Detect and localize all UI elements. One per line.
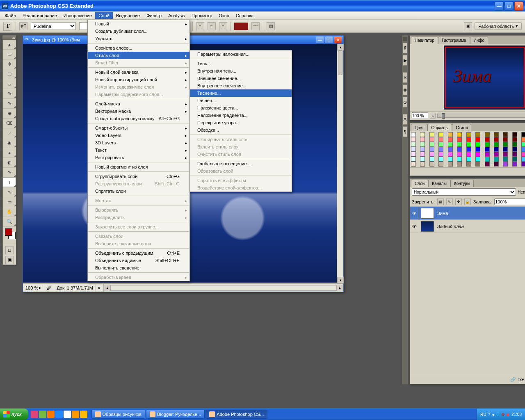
menu-item[interactable]: Тень... [190,60,292,67]
color-picker[interactable] [3,227,16,245]
swatch[interactable] [521,142,525,147]
go-to-bridge-button[interactable]: ▣ [464,22,472,30]
start-button[interactable]: пуск [0,409,28,420]
swatch[interactable] [429,157,434,162]
swatch[interactable] [420,137,425,142]
swatch[interactable] [448,147,453,152]
swatch[interactable] [448,152,453,157]
swatch[interactable] [521,162,525,167]
menu-item[interactable]: Выполнить сведение [88,264,189,272]
swatch[interactable] [438,147,443,152]
collapsed-panel-button[interactable]: ¶ [403,126,407,137]
swatch[interactable] [503,162,508,167]
swatch[interactable] [494,142,499,147]
swatch[interactable] [457,162,462,167]
tool-button[interactable]: 🔍 [3,217,16,227]
swatch[interactable] [475,137,480,142]
menu-item[interactable]: 3D Layers [88,139,189,146]
layer-name[interactable]: Задний план [436,224,525,229]
swatch[interactable] [429,137,434,142]
swatch[interactable] [485,152,490,157]
swatch[interactable] [457,142,462,147]
tool-button[interactable]: ◐ [3,158,16,168]
menu-item[interactable]: Свойства слоев... [88,44,189,52]
language-indicator[interactable]: RU [480,412,486,417]
swatch[interactable] [512,152,517,157]
tool-button[interactable]: ✎ [3,89,16,99]
menu-item[interactable]: Обводка... [190,126,292,134]
menu-item[interactable]: Перекрытие узора... [190,119,292,126]
tool-button[interactable]: ↖ [3,187,16,197]
swatch[interactable] [521,132,525,137]
tray-icon[interactable]: ⊗ [501,412,504,417]
menu-item[interactable]: Сгруппировать слоиCtrl+G [88,173,189,180]
tool-preset-icon[interactable]: T [3,22,12,31]
maximize-button[interactable]: □ [504,2,514,11]
horizontal-scrollbar[interactable]: ◂▸ [104,285,343,291]
swatch[interactable] [512,162,517,167]
swatch[interactable] [475,132,480,137]
menu-item[interactable]: Спрятать слои [88,187,189,195]
menu-item[interactable]: Новый слой-заливка [88,68,189,76]
tool-button[interactable]: ◉ [3,138,16,148]
strip-handle[interactable] [403,37,407,41]
swatch[interactable] [466,142,471,147]
menu-item[interactable]: Текст [88,146,189,154]
swatch[interactable] [457,147,462,152]
swatch[interactable] [457,137,462,142]
text-color-swatch[interactable] [234,23,248,30]
blend-mode-select[interactable]: Нормальный [412,188,516,196]
swatch[interactable] [438,132,443,137]
lock-position-button[interactable]: ✥ [455,199,462,205]
swatch[interactable] [438,162,443,167]
menu-item[interactable]: Смарт-объекты [88,124,189,132]
menu-item[interactable]: Наложение градиента... [190,112,292,119]
menu-item[interactable]: Растрировать [88,154,189,161]
lock-transparency-button[interactable]: ▦ [437,199,444,205]
align-right-button[interactable]: ≡ [219,22,227,30]
swatch[interactable] [457,157,462,162]
tool-button[interactable]: ● [3,148,16,158]
align-center-button[interactable]: ≡ [208,22,216,30]
panel-tab[interactable]: Гистограмма [438,37,470,44]
swatch[interactable] [521,152,525,157]
swatch[interactable] [429,142,434,147]
menu-слой[interactable]: Слой [95,12,113,19]
menu-item[interactable]: Объединить с предыдущимCtrl+E [88,249,189,257]
menu-справка[interactable]: Справка [233,12,257,19]
text-orientation-button[interactable]: ⇵T [19,22,27,30]
menu-item[interactable]: Тиснение... [190,89,292,97]
tray-icon[interactable]: ? [488,412,490,417]
close-button[interactable]: ✕ [514,2,523,11]
panel-tab[interactable]: Стили [452,124,471,131]
swatch[interactable] [438,152,443,157]
swatch[interactable] [466,152,471,157]
panel-tab[interactable]: Цвет [411,124,427,131]
align-left-button[interactable]: ≡ [196,22,204,30]
swatch[interactable] [448,132,453,137]
swatch[interactable] [429,152,434,157]
quick-launch-icon[interactable] [80,411,87,418]
workspace-button[interactable]: Рабочая область▾ [475,22,522,30]
doc-maximize-button[interactable]: □ [325,37,333,43]
menu-item[interactable]: Удалить [88,35,189,42]
menu-фильтр[interactable]: Фильтр [143,12,165,19]
clock[interactable]: 21:08 [511,412,522,417]
swatch[interactable] [475,157,480,162]
panel-tab[interactable]: Навигатор [411,37,438,44]
tool-button[interactable]: ✋ [3,207,16,217]
swatch[interactable] [503,157,508,162]
swatch[interactable] [466,157,471,162]
screen-mode-button[interactable]: ▣ [5,256,14,264]
menu-окно[interactable]: Окно [215,12,233,19]
toolbox-header[interactable]: ◂◂ [3,36,16,40]
swatch[interactable] [411,137,416,142]
zoom-readout[interactable]: 100 % [25,285,38,290]
taskbar-task[interactable]: Образцы рисунков [91,410,146,419]
zoom-out-button[interactable]: ▵ [430,113,436,119]
swatch[interactable] [475,147,480,152]
menu-редактирование[interactable]: Редактирование [19,12,60,19]
quick-launch-icon[interactable] [64,411,71,418]
character-panel-button[interactable]: ▤ [267,22,275,30]
panel-tab[interactable]: Образцы [427,124,452,131]
